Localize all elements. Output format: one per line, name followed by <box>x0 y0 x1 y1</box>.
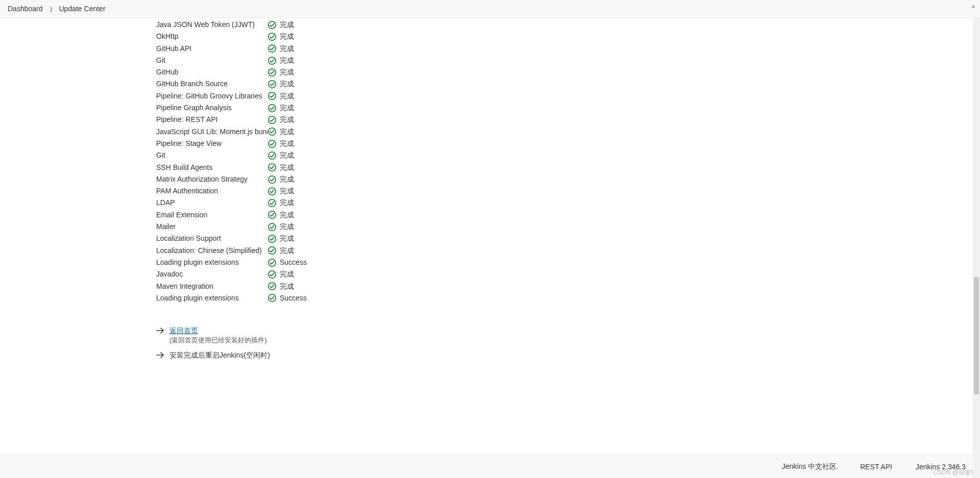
plugin-status-text: 完成 <box>280 102 294 114</box>
plugin-row: Matrix Authorization Strategy完成 <box>156 173 980 185</box>
check-circle-icon <box>267 32 277 41</box>
check-circle-icon <box>267 293 277 303</box>
plugin-row: SSH Build Agents完成 <box>156 162 980 173</box>
caret-up-icon[interactable]: ▲ <box>971 3 976 9</box>
check-circle-icon <box>267 104 277 113</box>
plugin-name: Maven Integration <box>156 281 267 292</box>
restart-jenkins-option[interactable]: 安装完成后重启Jenkins(空闲时) <box>156 351 980 360</box>
svg-point-9 <box>268 128 276 135</box>
svg-point-22 <box>268 283 276 290</box>
breadcrumb-dashboard[interactable]: Dashboard <box>8 5 43 13</box>
plugin-status: 完成 <box>267 185 294 197</box>
back-to-home-link[interactable]: 返回首页 (返回首页使用已经安装好的插件) <box>156 326 980 345</box>
plugin-name: Loading plugin extensions <box>156 292 267 304</box>
svg-point-13 <box>268 175 276 183</box>
plugin-row: Email Extension完成 <box>156 209 980 221</box>
plugin-status: 完成 <box>267 114 294 125</box>
plugin-status: 完成 <box>267 233 294 244</box>
plugin-row: JavaScript GUI Lib: Moment.js bundle完成 <box>156 126 980 138</box>
check-circle-icon <box>267 187 277 196</box>
plugin-status: Success <box>267 257 307 268</box>
check-circle-icon <box>267 198 277 208</box>
plugin-status: 完成 <box>267 209 294 221</box>
plugin-row: LDAP完成 <box>156 197 980 209</box>
svg-point-16 <box>268 211 276 218</box>
arrow-right-icon <box>156 328 164 334</box>
plugin-name: Localization: Chinese (Simplified) <box>156 245 267 257</box>
plugin-name: Mailer <box>156 221 267 233</box>
plugin-name: Loading plugin extensions <box>156 257 267 268</box>
plugin-name: GitHub <box>156 66 267 78</box>
plugin-row: Mailer完成 <box>156 221 980 233</box>
check-circle-icon <box>267 68 277 77</box>
svg-point-10 <box>268 140 276 147</box>
plugin-status: 完成 <box>267 162 294 173</box>
check-circle-icon <box>267 163 277 172</box>
plugin-name: GitHub Branch Source <box>156 78 267 90</box>
plugin-row: Javadoc完成 <box>156 268 980 280</box>
plugin-row: Git完成 <box>156 55 980 66</box>
plugin-status-text: 完成 <box>280 66 294 78</box>
plugin-status-text: 完成 <box>280 245 294 257</box>
svg-point-21 <box>268 271 276 278</box>
plugin-status: 完成 <box>267 43 294 55</box>
plugin-status-text: 完成 <box>280 90 294 102</box>
plugin-status-text: 完成 <box>280 138 294 149</box>
check-circle-icon <box>267 258 277 267</box>
plugin-name: Pipeline: Stage View <box>156 138 267 149</box>
check-circle-icon <box>267 20 277 30</box>
plugin-status-text: Success <box>280 292 307 304</box>
svg-point-18 <box>268 235 276 242</box>
breadcrumb-bar: Dashboard ❯ Update Center ▲ <box>0 0 980 18</box>
footer-community-link[interactable]: Jenkins 中文社区 <box>782 462 837 471</box>
check-circle-icon <box>267 210 277 219</box>
svg-point-15 <box>268 199 276 207</box>
plugin-name: Javadoc <box>156 268 267 280</box>
plugin-name: PAM Authentication <box>156 185 267 197</box>
plugin-row: GitHub Branch Source完成 <box>156 78 980 90</box>
plugin-status-text: 完成 <box>280 19 294 31</box>
plugin-name: Matrix Authorization Strategy <box>156 173 267 185</box>
check-circle-icon <box>267 91 277 100</box>
plugin-status-text: 完成 <box>280 268 294 280</box>
arrow-right-icon <box>156 352 164 358</box>
plugin-name: GitHub API <box>156 43 267 55</box>
scrollbar-thumb[interactable] <box>974 277 979 394</box>
svg-point-23 <box>268 294 276 301</box>
footer-rest-api-link[interactable]: REST API <box>860 463 892 471</box>
plugin-name: OkHttp <box>156 31 267 42</box>
plugin-row: Localization: Chinese (Simplified)完成 <box>156 245 980 257</box>
plugin-status-text: 完成 <box>280 114 294 125</box>
plugin-status-text: 完成 <box>280 281 294 292</box>
plugin-name: SSH Build Agents <box>156 162 267 173</box>
plugin-name: LDAP <box>156 197 267 209</box>
plugin-status: 完成 <box>267 31 294 42</box>
plugin-row: Localization Support完成 <box>156 233 980 244</box>
svg-point-7 <box>268 105 276 112</box>
svg-point-19 <box>268 247 276 254</box>
svg-point-0 <box>268 21 276 28</box>
svg-point-20 <box>268 259 276 266</box>
plugin-row: Java JSON Web Token (JJWT)完成 <box>156 19 980 31</box>
plugin-row: Loading plugin extensionsSuccess <box>156 257 980 268</box>
plugin-install-list: Java JSON Web Token (JJWT)完成OkHttp完成GitH… <box>156 19 980 304</box>
plugin-name: Pipeline Graph Analysis <box>156 102 267 114</box>
svg-point-12 <box>268 164 276 171</box>
scrollbar-track[interactable] <box>973 18 980 478</box>
plugin-status-text: 完成 <box>280 162 294 173</box>
plugin-status: 完成 <box>267 55 294 66</box>
plugin-status: 完成 <box>267 221 294 233</box>
plugin-name: Git <box>156 149 267 161</box>
svg-point-11 <box>268 152 276 159</box>
breadcrumb-update-center[interactable]: Update Center <box>59 5 106 13</box>
check-circle-icon <box>267 80 277 89</box>
plugin-row: Pipeline Graph Analysis完成 <box>156 102 980 114</box>
plugin-status: Success <box>267 292 307 304</box>
check-circle-icon <box>267 127 277 136</box>
footer-version: Jenkins 2.346.3 <box>916 463 966 471</box>
plugin-row: Pipeline: GitHub Groovy Libraries完成 <box>156 90 980 102</box>
plugin-status-text: 完成 <box>280 221 294 233</box>
check-circle-icon <box>267 115 277 124</box>
check-circle-icon <box>267 246 277 255</box>
plugin-row: Loading plugin extensionsSuccess <box>156 292 980 304</box>
